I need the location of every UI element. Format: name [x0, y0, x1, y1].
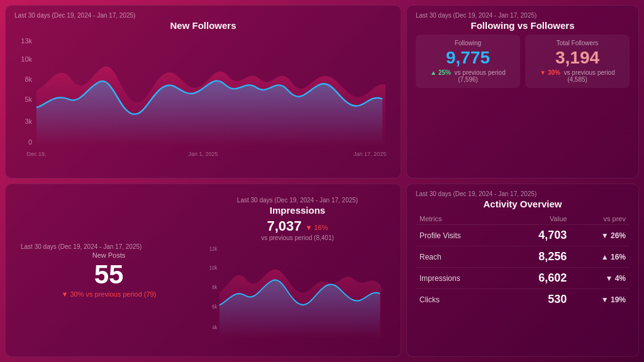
impressions-value: 7,037 — [267, 218, 302, 234]
svg-text:12k: 12k — [209, 245, 218, 252]
metric-value: 6,602 — [505, 268, 570, 289]
svg-text:0: 0 — [28, 139, 32, 146]
new-posts-pct: 30% — [70, 290, 84, 298]
new-followers-chart: 13k 10k 8k 5k 3k 0 Dec 19, Jan 17, 2025 … — [14, 33, 392, 159]
svg-text:3k: 3k — [25, 118, 32, 124]
metric-value: 8,256 — [505, 246, 570, 268]
fvf-date: Last 30 days (Dec 19, 2024 - Jan 17, 202… — [416, 12, 630, 19]
followers-stat: Total Followers 3,194 ▼ 30% vs previous … — [525, 35, 630, 88]
svg-text:10k: 10k — [209, 265, 218, 272]
svg-text:Dec 19,: Dec 19, — [26, 151, 46, 158]
following-vs-followers-card: Last 30 days (Dec 19, 2024 - Jan 17, 202… — [406, 5, 639, 178]
new-followers-card: Last 30 days (Dec 19, 2024 - Jan 17, 202… — [5, 5, 401, 178]
fvf-title: Following vs Followers — [416, 20, 630, 31]
following-stat: Following 9,775 ▲ 25% vs previous period… — [416, 35, 520, 88]
new-posts-change: ▼ 30% vs previous period (79) — [62, 290, 157, 298]
table-row: Profile Visits4,703▼ 26% — [416, 225, 630, 246]
fvf-stats: Following 9,775 ▲ 25% vs previous period… — [416, 35, 630, 88]
svg-text:10k: 10k — [21, 56, 33, 63]
new-posts-label: New Posts — [92, 251, 126, 259]
following-change: ▲ 25% vs previous period (7,596) — [421, 69, 515, 83]
metric-change: ▼ 19% — [570, 289, 630, 310]
new-posts-impressions-card: Last 30 days (Dec 19, 2024 - Jan 17, 202… — [5, 184, 401, 357]
col-vs-prev: vs prev — [570, 213, 630, 225]
activity-table: Metrics Value vs prev Profile Visits4,70… — [416, 213, 630, 310]
metric-change: ▼ 4% — [570, 268, 630, 289]
following-pct: ▲ 25% — [430, 69, 451, 76]
activity-overview-card: Last 30 days (Dec 19, 2024 - Jan 17, 202… — [406, 184, 639, 357]
impressions-vs-prev: vs previous period (8,401) — [203, 234, 392, 241]
impressions-stats: 7,037 ▼ 16% — [203, 218, 392, 234]
metric-change: ▲ 16% — [570, 246, 630, 268]
impressions-date: Last 30 days (Dec 19, 2024 - Jan 17, 202… — [203, 197, 392, 204]
svg-text:8k: 8k — [25, 76, 32, 83]
svg-text:6k: 6k — [212, 303, 218, 310]
metric-name: Clicks — [416, 289, 505, 310]
table-row: Clicks530▼ 19% — [416, 289, 630, 310]
metric-value: 530 — [505, 289, 570, 310]
impressions-header: Last 30 days (Dec 19, 2024 - Jan 17, 202… — [203, 197, 392, 243]
impressions-change: ▼ 16% — [306, 224, 328, 231]
followers-label: Total Followers — [530, 40, 625, 47]
new-followers-title: New Followers — [14, 20, 392, 31]
new-posts-value: 55 — [94, 261, 124, 288]
new-posts-date: Last 30 days (Dec 19, 2024 - Jan 17, 202… — [21, 243, 142, 250]
following-label: Following — [421, 40, 515, 47]
activity-date: Last 30 days (Dec 19, 2024 - Jan 17, 202… — [416, 190, 630, 197]
table-row: Reach8,256▲ 16% — [416, 246, 630, 268]
metric-name: Profile Visits — [416, 225, 505, 246]
col-metrics: Metrics — [416, 213, 505, 225]
svg-text:13k: 13k — [21, 38, 33, 45]
svg-text:8k: 8k — [212, 283, 218, 290]
impressions-title: Impressions — [203, 205, 392, 216]
svg-text:4k: 4k — [212, 324, 218, 331]
svg-text:Jan 1, 2025: Jan 1, 2025 — [188, 151, 218, 158]
impressions-title-area: Impressions 7,037 ▼ 16% vs previous peri… — [203, 205, 392, 241]
followers-value: 3,194 — [530, 48, 625, 68]
new-posts-vs-prev: vs previous period (79) — [86, 290, 157, 298]
impressions-down-icon: ▼ — [306, 224, 313, 231]
activity-title: Activity Overview — [416, 199, 630, 209]
impressions-section: Last 30 days (Dec 19, 2024 - Jan 17, 202… — [203, 190, 392, 350]
svg-text:Jan 17, 2025: Jan 17, 2025 — [353, 151, 386, 158]
metric-change: ▼ 26% — [570, 225, 630, 246]
new-posts-down-icon: ▼ — [62, 290, 69, 298]
col-value: Value — [505, 213, 570, 225]
metric-value: 4,703 — [505, 225, 570, 246]
new-followers-date: Last 30 days (Dec 19, 2024 - Jan 17, 202… — [14, 12, 392, 19]
metric-name: Reach — [416, 246, 505, 268]
impressions-pct: 16% — [314, 224, 328, 231]
svg-text:5k: 5k — [25, 96, 32, 103]
following-value: 9,775 — [421, 48, 515, 68]
followers-pct: ▼ 30% — [540, 69, 560, 76]
new-posts-section: Last 30 days (Dec 19, 2024 - Jan 17, 202… — [14, 190, 203, 350]
table-row: Impressions6,602▼ 4% — [416, 268, 630, 289]
followers-change: ▼ 30% vs previous period (4,585) — [530, 69, 625, 83]
metric-name: Impressions — [416, 268, 505, 289]
